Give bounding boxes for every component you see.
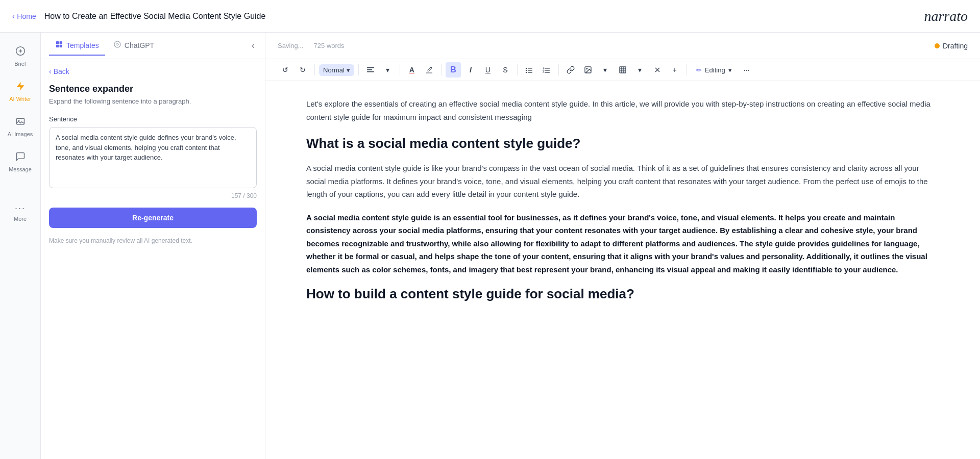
svg-point-15 bbox=[526, 68, 527, 69]
back-chevron-icon: ‹ bbox=[49, 67, 52, 75]
svg-rect-18 bbox=[528, 70, 532, 71]
ordered-list-button[interactable]: 1. 2. 3. bbox=[539, 62, 554, 78]
toolbar-divider-4 bbox=[441, 64, 442, 75]
clear-format-button[interactable] bbox=[650, 62, 665, 78]
app-logo: narrato bbox=[924, 8, 968, 24]
svg-rect-12 bbox=[367, 69, 372, 70]
panel-tabs: Templates ChatGPT ‹ bbox=[41, 33, 265, 59]
sidebar-item-more[interactable]: ··· More bbox=[3, 198, 38, 227]
svg-rect-26 bbox=[545, 72, 550, 73]
underline-button[interactable]: U bbox=[480, 62, 496, 78]
regenerate-button[interactable]: Re-generate bbox=[49, 208, 257, 228]
style-dropdown-label: Normal bbox=[323, 66, 345, 74]
toolbar-divider-3 bbox=[400, 64, 400, 75]
style-dropdown[interactable]: Normal ▾ bbox=[319, 64, 354, 76]
svg-rect-16 bbox=[528, 68, 532, 69]
plus-button[interactable]: + bbox=[667, 62, 682, 78]
tab-templates[interactable]: Templates bbox=[49, 36, 105, 56]
redo-button[interactable]: ↻ bbox=[295, 62, 310, 78]
ai-disclaimer: Make sure you manually review all AI gen… bbox=[49, 236, 257, 245]
char-count: 157 / 300 bbox=[49, 192, 257, 199]
chevron-left-icon: ‹ bbox=[12, 12, 15, 21]
drafting-label: Drafting bbox=[943, 42, 968, 50]
editor-content[interactable]: Let's explore the essentials of creating… bbox=[265, 81, 980, 459]
panel-content: ‹ Back Sentence expander Expand the foll… bbox=[41, 59, 265, 459]
template-title: Sentence expander bbox=[49, 84, 257, 94]
ai-writer-label: AI Writer bbox=[9, 96, 31, 102]
editor-paragraph-1: A social media content style guide is li… bbox=[306, 162, 939, 201]
message-label: Message bbox=[9, 166, 32, 172]
svg-rect-29 bbox=[620, 67, 626, 73]
pencil-icon: ✏ bbox=[696, 66, 702, 74]
editor-intro: Let's explore the essentials of creating… bbox=[306, 97, 939, 123]
font-color-button[interactable]: A bbox=[404, 62, 420, 78]
toolbar-divider-5 bbox=[517, 64, 518, 75]
link-button[interactable] bbox=[563, 62, 578, 78]
sidebar-item-message[interactable]: Message bbox=[3, 146, 38, 177]
more-options-button[interactable]: ··· bbox=[739, 62, 754, 78]
ai-writer-icon bbox=[15, 81, 26, 94]
top-header: ‹ Home How to Create an Effective Social… bbox=[0, 0, 980, 33]
editing-button[interactable]: ✏ Editing ▾ bbox=[691, 64, 737, 76]
editor-area: Saving... 725 words Drafting ↺ ↻ Normal … bbox=[265, 33, 980, 459]
svg-rect-22 bbox=[545, 68, 550, 69]
back-link[interactable]: ‹ Back bbox=[49, 67, 257, 75]
table-button[interactable] bbox=[615, 62, 630, 78]
template-desc: Expand the following sentence into a par… bbox=[49, 97, 257, 105]
back-label: Back bbox=[54, 67, 69, 75]
drafting-dot bbox=[935, 43, 940, 48]
toolbar-divider-6 bbox=[558, 64, 559, 75]
ai-images-label: AI Images bbox=[8, 131, 33, 137]
ai-images-icon bbox=[15, 116, 26, 129]
bullet-list-button[interactable] bbox=[522, 62, 537, 78]
field-label: Sentence bbox=[49, 115, 257, 123]
svg-rect-20 bbox=[528, 72, 532, 73]
word-count: 725 words bbox=[314, 42, 345, 49]
svg-rect-9 bbox=[60, 44, 62, 47]
editor-paragraph-2-bold: A social media content style guide is an… bbox=[306, 211, 939, 276]
editor-topbar: Saving... 725 words Drafting bbox=[265, 33, 980, 59]
image-chevron-button[interactable]: ▾ bbox=[598, 62, 613, 78]
header-left: ‹ Home How to Create an Effective Social… bbox=[12, 12, 265, 21]
toolbar-divider-1 bbox=[314, 64, 315, 75]
align-button[interactable] bbox=[363, 62, 378, 78]
templates-icon bbox=[55, 40, 63, 50]
svg-point-19 bbox=[526, 72, 527, 73]
svg-rect-24 bbox=[545, 70, 550, 71]
align-chevron-button[interactable]: ▾ bbox=[380, 62, 396, 78]
strikethrough-button[interactable]: S bbox=[498, 62, 513, 78]
more-label: More bbox=[14, 216, 27, 222]
undo-button[interactable]: ↺ bbox=[278, 62, 293, 78]
tab-templates-label: Templates bbox=[66, 41, 99, 49]
sidebar-item-ai-writer[interactable]: AI Writer bbox=[3, 76, 38, 107]
tab-chatgpt-label: ChatGPT bbox=[125, 41, 154, 49]
drafting-badge: Drafting bbox=[935, 42, 968, 50]
svg-text:3.: 3. bbox=[543, 70, 545, 73]
saving-status: Saving... bbox=[278, 42, 304, 49]
editor-heading-2: How to build a content style guide for s… bbox=[306, 286, 939, 302]
sidebar-item-ai-images[interactable]: AI Images bbox=[3, 111, 38, 142]
sentence-textarea[interactable] bbox=[49, 127, 257, 188]
svg-rect-6 bbox=[56, 41, 59, 44]
sidebar-item-brief[interactable]: Brief bbox=[3, 41, 38, 72]
tab-chatgpt[interactable]: ChatGPT bbox=[107, 36, 160, 56]
svg-rect-13 bbox=[367, 71, 374, 72]
more-icon: ··· bbox=[15, 203, 26, 214]
bold-button[interactable]: B bbox=[446, 62, 461, 78]
highlight-button[interactable] bbox=[422, 62, 437, 78]
table-chevron-button[interactable]: ▾ bbox=[632, 62, 648, 78]
side-panel: Templates ChatGPT ‹ ‹ Back Sentence expa… bbox=[41, 33, 265, 459]
svg-marker-3 bbox=[16, 82, 24, 91]
italic-button[interactable]: I bbox=[463, 62, 478, 78]
document-title: How to Create an Effective Social Media … bbox=[44, 12, 266, 21]
svg-point-17 bbox=[526, 70, 527, 71]
svg-rect-7 bbox=[60, 41, 62, 44]
left-sidebar: Brief AI Writer AI Images bbox=[0, 33, 41, 459]
editing-label: Editing bbox=[705, 66, 725, 74]
chatgpt-icon bbox=[113, 40, 121, 50]
home-link[interactable]: ‹ Home bbox=[12, 12, 36, 21]
editor-heading-1: What is a social media content style gui… bbox=[306, 136, 939, 151]
image-insert-button[interactable] bbox=[580, 62, 596, 78]
panel-collapse-btn[interactable]: ‹ bbox=[250, 38, 257, 53]
toolbar-divider-2 bbox=[358, 64, 359, 75]
